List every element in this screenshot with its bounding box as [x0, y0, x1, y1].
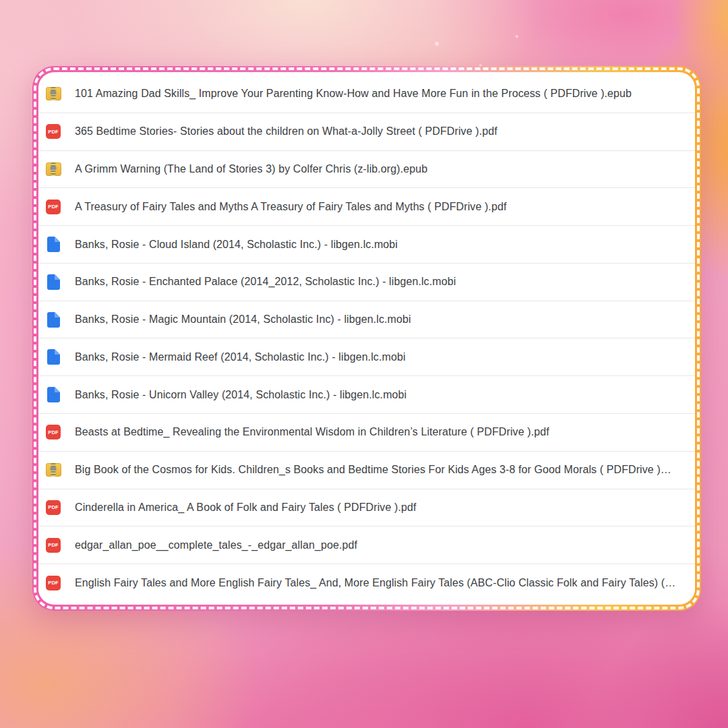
file-list: 101 Amazing Dad Skills_ Improve Your Par… — [38, 75, 695, 601]
file-name: English Fairy Tales and More English Fai… — [75, 577, 688, 589]
file-row[interactable]: Banks, Rosie - Mermaid Reef (2014, Schol… — [38, 338, 695, 376]
zip-file-icon — [45, 87, 61, 100]
pdf-file-icon: PDF — [45, 538, 61, 553]
powder-smoke-background: 101 Amazing Dad Skills_ Improve Your Par… — [0, 0, 728, 728]
file-name: edgar_allan_poe__complete_tales_-_edgar_… — [75, 539, 688, 551]
file-name: Banks, Rosie - Unicorn Valley (2014, Sch… — [75, 389, 688, 401]
file-row[interactable]: Banks, Rosie - Enchanted Palace (2014_20… — [38, 264, 695, 301]
file-name: A Treasury of Fairy Tales and Myths A Tr… — [75, 201, 688, 213]
file-name: Banks, Rosie - Enchanted Palace (2014_20… — [75, 276, 688, 288]
file-name: Cinderella in America_ A Book of Folk an… — [75, 502, 688, 514]
file-row[interactable]: 101 Amazing Dad Skills_ Improve Your Par… — [38, 75, 695, 113]
generic-file-icon — [45, 387, 61, 402]
file-name: Banks, Rosie - Cloud Island (2014, Schol… — [75, 239, 688, 251]
file-row[interactable]: Big Book of the Cosmos for Kids. Childre… — [38, 452, 695, 489]
file-row[interactable]: PDF Beasts at Bedtime_ Revealing the Env… — [38, 414, 695, 452]
file-name: Banks, Rosie - Mermaid Reef (2014, Schol… — [75, 351, 688, 363]
generic-file-icon — [45, 237, 61, 252]
file-row[interactable]: Banks, Rosie - Unicorn Valley (2014, Sch… — [38, 376, 695, 414]
file-row[interactable]: PDF A Treasury of Fairy Tales and Myths … — [38, 188, 695, 226]
file-row[interactable]: PDF edgar_allan_poe__complete_tales_-_ed… — [38, 526, 695, 564]
pdf-file-icon: PDF — [45, 425, 61, 439]
file-name: Big Book of the Cosmos for Kids. Childre… — [75, 464, 688, 476]
file-name: Beasts at Bedtime_ Revealing the Environ… — [75, 426, 688, 438]
file-name: 365 Bedtime Stories- Stories about the c… — [75, 125, 688, 138]
file-name: Banks, Rosie - Magic Mountain (2014, Sch… — [75, 313, 688, 326]
file-name: A Grimm Warning (The Land of Stories 3) … — [75, 163, 688, 175]
pdf-file-icon: PDF — [45, 200, 61, 214]
generic-file-icon — [45, 312, 61, 328]
pdf-file-icon: PDF — [45, 576, 61, 590]
file-list-panel-body: 101 Amazing Dad Skills_ Improve Your Par… — [38, 72, 695, 605]
pdf-file-icon: PDF — [45, 124, 61, 139]
pdf-file-icon: PDF — [45, 500, 61, 515]
file-list-panel: 101 Amazing Dad Skills_ Improve Your Par… — [32, 66, 701, 611]
file-row[interactable]: PDF 365 Bedtime Stories- Stories about t… — [38, 113, 695, 151]
file-name: 101 Amazing Dad Skills_ Improve Your Par… — [75, 88, 688, 100]
file-row[interactable]: PDF Cinderella in America_ A Book of Fol… — [38, 489, 695, 527]
file-row[interactable]: Banks, Rosie - Magic Mountain (2014, Sch… — [38, 301, 695, 339]
zip-file-icon — [45, 463, 61, 477]
generic-file-icon — [45, 349, 61, 365]
zip-file-icon — [45, 162, 61, 176]
file-row[interactable]: Banks, Rosie - Cloud Island (2014, Schol… — [38, 226, 695, 264]
file-row[interactable]: A Grimm Warning (The Land of Stories 3) … — [38, 151, 695, 189]
file-row[interactable]: PDF English Fairy Tales and More English… — [38, 564, 695, 601]
generic-file-icon — [45, 274, 61, 290]
